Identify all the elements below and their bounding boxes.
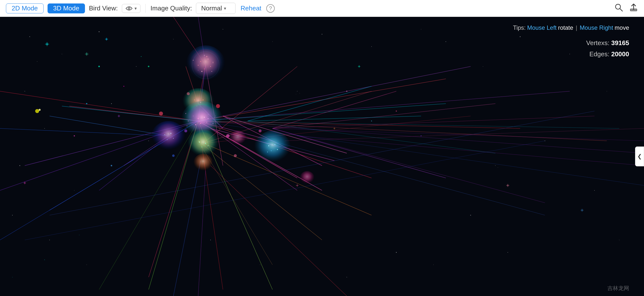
svg-point-44 [141,56,142,57]
svg-point-177 [35,109,39,113]
svg-point-8 [173,39,174,40]
svg-point-22 [570,54,570,54]
svg-point-222 [198,70,198,70]
svg-line-52 [198,79,446,121]
svg-point-46 [300,93,300,94]
svg-point-13 [12,215,13,215]
svg-point-143 [173,138,174,139]
tips-overlay: Tips: Mouse Left rotate | Mouse Right mo… [513,24,629,33]
tips-separator: | [576,24,577,31]
svg-point-39 [346,277,347,277]
svg-point-149 [208,146,208,146]
svg-point-135 [206,122,207,123]
svg-point-153 [271,150,272,151]
svg-line-101 [248,116,421,121]
vertexs-stat: Vertexs: 39165 [586,39,629,47]
svg-line-109 [297,136,644,166]
rotate-text: rotate [558,24,573,31]
svg-point-145 [191,132,216,157]
mode-3d-button[interactable]: 3D Mode [48,4,85,14]
vertexs-value-num: 39165 [611,39,629,47]
svg-point-156 [193,154,213,173]
svg-point-18 [37,61,38,62]
svg-line-103 [50,111,594,215]
svg-point-137 [208,118,208,119]
svg-point-172 [111,165,112,166]
svg-point-176 [420,135,422,136]
svg-point-214 [208,115,208,115]
share-button[interactable] [629,3,638,14]
svg-point-216 [215,116,216,116]
svg-point-6 [99,32,100,32]
svg-point-219 [193,60,194,61]
search-icon [614,3,623,12]
svg-point-152 [274,144,276,145]
share-icon [629,3,638,12]
svg-point-27 [470,215,471,216]
svg-point-158 [300,171,314,185]
svg-point-211 [186,113,186,114]
svg-point-212 [193,116,194,116]
sparkle-1 [45,42,49,46]
svg-line-112 [174,161,201,296]
toolbar-separator [146,4,146,13]
svg-point-0 [128,8,130,9]
svg-line-111 [198,171,206,296]
svg-point-223 [212,71,212,72]
edges-value-num: 20000 [611,50,629,58]
svg-point-12 [74,190,74,191]
svg-point-140 [164,134,165,135]
svg-line-61 [198,91,570,121]
graph-edges [0,17,644,296]
svg-point-120 [201,71,202,72]
svg-point-167 [98,66,100,67]
graph-canvas[interactable]: Tips: Mouse Left rotate | Mouse Right mo… [0,17,644,296]
image-quality-select[interactable]: Normal ▾ [196,3,236,14]
svg-point-19 [446,41,446,42]
svg-point-141 [170,133,172,134]
svg-point-126 [194,100,195,100]
svg-point-28 [508,252,508,253]
help-button[interactable]: ? [266,4,275,13]
svg-point-148 [202,147,202,148]
svg-point-133 [204,117,205,118]
svg-line-84 [0,128,168,136]
collapse-panel-button[interactable]: ❮ [635,147,644,166]
svg-point-163 [226,134,230,138]
reheat-button[interactable]: Reheat [240,5,262,12]
svg-point-173 [346,91,348,92]
svg-point-155 [267,152,268,152]
svg-point-14 [49,240,50,240]
svg-point-122 [213,63,214,63]
svg-point-32 [223,29,223,30]
svg-point-48 [495,165,496,166]
tips-label: Tips: [513,24,526,31]
svg-point-146 [199,142,200,143]
bird-view-chevron: ▾ [134,6,137,11]
svg-point-5 [62,54,62,54]
toolbar: 2D Mode 3D Mode Bird View: ▾ Image Quali… [0,0,644,17]
search-button[interactable] [614,3,623,14]
svg-point-132 [198,118,199,119]
quality-chevron: ▾ [224,6,226,11]
svg-point-164 [258,129,262,132]
svg-point-157 [229,130,246,146]
svg-line-91 [272,104,496,128]
bird-view-select[interactable]: ▾ [122,4,140,13]
mode-2d-button[interactable]: 2D Mode [6,4,44,14]
svg-point-11 [20,165,20,166]
toolbar-right [614,3,638,14]
svg-point-34 [322,34,322,35]
svg-point-165 [172,154,174,157]
svg-point-17 [148,141,149,141]
mouse-right-text: Mouse Right [580,24,613,31]
svg-line-67 [62,106,198,121]
svg-point-213 [188,121,189,121]
svg-point-169 [123,86,124,87]
svg-point-160 [187,92,190,95]
svg-point-119 [210,66,211,67]
svg-point-170 [148,66,149,67]
svg-point-7 [136,66,136,67]
svg-line-110 [210,166,347,296]
svg-point-116 [200,61,201,62]
